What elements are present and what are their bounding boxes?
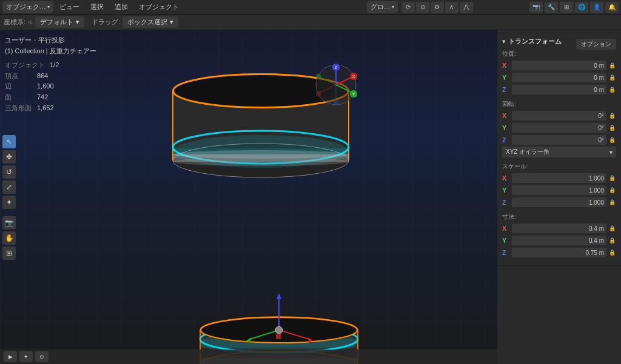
dimensions-group: 寸法: X 0.4 m 🔒 Y 0.4 m 🔒 Z 0.75 m 🔒	[502, 213, 616, 258]
svg-marker-43	[277, 293, 281, 299]
top-menubar: オブジェク… ▾ ビュー 選択 追加 オブジェクト グロ… ▾ ⟳ ⊙ ⚙ ∧ …	[0, 0, 621, 15]
render-icon-btn[interactable]: 📷	[529, 2, 543, 13]
position-z-input[interactable]: 0 m	[512, 85, 606, 94]
svg-text:Y: Y	[352, 92, 355, 96]
transform-section: ▾ トランスフォーム ⋯ 位置: X 0 m 🔒 Y 0 m 🔒 Z	[497, 34, 621, 266]
viewport-bottom-bar: ▶ ✦ ⊙	[0, 349, 497, 364]
scene-icon-btn[interactable]: 🌐	[575, 2, 588, 13]
drag-dropdown[interactable]: ボックス選択 ▾	[123, 16, 178, 28]
nav-gizmo-svg: Z X Y	[315, 64, 357, 106]
transform-title: トランスフォーム	[508, 37, 562, 46]
scale-z-lock[interactable]: 🔒	[608, 198, 616, 207]
view-menu[interactable]: ビュー	[55, 1, 84, 13]
dim-y-axis: Y	[502, 237, 512, 244]
position-z-row: Z 0 m 🔒	[502, 84, 616, 95]
position-y-lock[interactable]: 🔒	[608, 73, 616, 82]
drag-label: ドラッグ:	[92, 18, 120, 27]
dim-x-row: X 0.4 m 🔒	[502, 223, 616, 234]
overlay-icon-btn[interactable]: ⊙	[416, 2, 429, 13]
svg-point-24	[173, 150, 349, 159]
proportional-icon-btn[interactable]: ∧	[445, 2, 458, 13]
move-tool-btn[interactable]: ✥	[2, 150, 16, 164]
dim-x-lock[interactable]: 🔒	[608, 224, 616, 233]
dim-y-lock[interactable]: 🔒	[608, 236, 616, 245]
viewport-shade-btn[interactable]: ⊙	[35, 351, 49, 362]
rotation-y-row: Y 0° 🔒	[502, 122, 616, 133]
rotation-z-row: Z 0° 🔒	[502, 134, 616, 145]
sync-icon-btn[interactable]: ⟳	[401, 2, 415, 13]
dim-y-row: Y 0.4 m 🔒	[502, 235, 616, 246]
object-menu[interactable]: オブジェク… ▾	[2, 1, 53, 13]
collapse-arrow: ▾	[502, 38, 506, 45]
position-z-lock[interactable]: 🔒	[608, 85, 616, 94]
euler-dropdown[interactable]: XYZ オイラー角 ▾	[502, 147, 616, 157]
svg-point-63	[316, 74, 321, 79]
second-toolbar: 座標系: ⊕ デフォルト ▾ ドラッグ: ボックス選択 ▾	[0, 15, 621, 30]
global-dropdown[interactable]: グロ… ▾	[367, 1, 398, 13]
rotation-z-axis: Z	[502, 136, 512, 144]
position-y-input[interactable]: 0 m	[512, 73, 606, 82]
notification-icon-btn[interactable]: 🔔	[605, 2, 619, 13]
scale-x-input[interactable]: 1.000	[512, 173, 606, 183]
rotation-x-lock[interactable]: 🔒	[608, 111, 616, 120]
scale-y-input[interactable]: 1.000	[512, 185, 606, 195]
add-menu[interactable]: 追加	[110, 1, 133, 13]
object-menu2[interactable]: オブジェクト	[134, 1, 184, 13]
editor-icon-btn[interactable]: 🔧	[545, 2, 558, 13]
main-area: ユーザー・平行投影 (1) Collection | 反重力チェアー オブジェク…	[0, 30, 621, 364]
rotate-tool-btn[interactable]: ↺	[2, 165, 16, 179]
position-y-row: Y 0 m 🔒	[502, 72, 616, 83]
scale-y-lock[interactable]: 🔒	[608, 186, 616, 194]
position-group: 位置: X 0 m 🔒 Y 0 m 🔒 Z 0 m 🔒	[502, 50, 616, 95]
select-mode-btn[interactable]: ✦	[19, 351, 33, 362]
scale-y-axis: Y	[502, 187, 512, 194]
position-x-input[interactable]: 0 m	[512, 61, 606, 70]
scale-group: スケール: X 1.000 🔒 Y 1.000 🔒 Z 1.000 🔒	[502, 162, 616, 208]
rotation-x-row: X 0° 🔒	[502, 110, 616, 121]
position-x-row: X 0 m 🔒	[502, 60, 616, 71]
object-menu-label: オブジェク…	[6, 2, 46, 12]
grab-tool-btn[interactable]: ✋	[2, 231, 16, 245]
rotation-z-input[interactable]: 0°	[512, 135, 606, 145]
dim-z-row: Z 0.75 m 🔒	[502, 247, 616, 258]
nav-gizmo[interactable]: Z X Y	[315, 64, 357, 106]
rotation-z-lock[interactable]: 🔒	[608, 136, 616, 144]
workspace-icon-btn[interactable]: ⊞	[560, 2, 573, 13]
scale-tool-btn[interactable]: ⤢	[2, 180, 16, 194]
dimensions-label: 寸法:	[502, 213, 616, 221]
transform-arrow: ▾	[76, 18, 79, 26]
options-button[interactable]: オプション	[576, 39, 616, 50]
transform-label: 座標系:	[4, 18, 25, 27]
position-x-lock[interactable]: 🔒	[608, 61, 616, 70]
global-label: グロ…	[371, 2, 391, 12]
position-label: 位置:	[502, 50, 616, 58]
transform-icon: ⊕	[28, 19, 33, 25]
svg-rect-49	[276, 334, 281, 339]
dim-y-input[interactable]: 0.4 m	[512, 236, 606, 245]
dim-z-input[interactable]: 0.75 m	[512, 248, 606, 257]
header-icon-btn[interactable]: 八	[460, 2, 473, 13]
select-menu[interactable]: 選択	[86, 1, 109, 13]
scale-z-input[interactable]: 1.000	[512, 197, 606, 207]
view-menu-icon[interactable]: ▶	[4, 351, 17, 362]
user-icon-btn[interactable]: 👤	[590, 2, 603, 13]
transform-tool-btn[interactable]: ✦	[2, 196, 16, 209]
scale-x-lock[interactable]: 🔒	[608, 174, 616, 182]
grid-tool-btn[interactable]: ⊞	[2, 247, 16, 260]
svg-point-48	[275, 326, 283, 334]
select-tool-btn[interactable]: ↖	[2, 135, 16, 148]
snap-icon-btn[interactable]: ⚙	[431, 2, 444, 13]
transform-dropdown[interactable]: デフォルト ▾	[35, 16, 84, 28]
viewport[interactable]: ユーザー・平行投影 (1) Collection | 反重力チェアー オブジェク…	[0, 30, 497, 364]
euler-arrow: ▾	[609, 149, 613, 156]
rotation-y-lock[interactable]: 🔒	[608, 124, 616, 132]
dim-x-input[interactable]: 0.4 m	[512, 223, 606, 233]
rotation-label: 回転:	[502, 100, 616, 108]
camera-tool-btn[interactable]: 📷	[2, 216, 16, 230]
rotation-y-input[interactable]: 0°	[512, 123, 606, 133]
scale-label: スケール:	[502, 162, 616, 171]
dim-z-lock[interactable]: 🔒	[608, 248, 616, 257]
rotation-x-input[interactable]: 0°	[512, 111, 606, 121]
scale-z-axis: Z	[502, 199, 512, 206]
dim-z-axis: Z	[502, 249, 512, 256]
